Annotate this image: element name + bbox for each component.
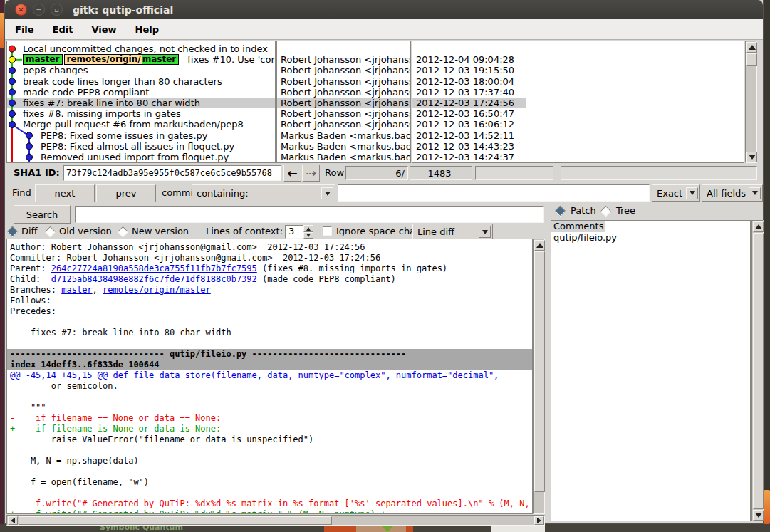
match-type-dropdown[interactable]: Exact bbox=[652, 184, 700, 202]
fields-dropdown[interactable]: All fields bbox=[702, 184, 763, 202]
file-list-item[interactable]: Comments bbox=[551, 221, 605, 232]
commit-row[interactable]: PEP8: Fixed almost all issues in floquet… bbox=[7, 141, 275, 152]
new-version-label[interactable]: New version bbox=[132, 226, 189, 236]
scrollbar-thumb[interactable] bbox=[534, 251, 545, 492]
history-forward-icon[interactable]: ⇢ bbox=[302, 165, 320, 182]
scrollbar-thumb[interactable] bbox=[746, 53, 757, 66]
date-cell[interactable]: 2012-12-03 17:37:40 bbox=[412, 87, 744, 98]
commit-row[interactable]: fixes #8. missing imports in gates bbox=[7, 108, 275, 119]
author-cell[interactable]: Robert Johansson <jrjohansso bbox=[277, 76, 410, 87]
file-list-item[interactable]: qutip/fileio.py bbox=[551, 232, 750, 244]
date-cell[interactable]: 2012-12-03 16:50:47 bbox=[412, 108, 744, 119]
scrollbar-thumb[interactable] bbox=[19, 516, 332, 525]
commit-row[interactable]: master remotes/origin/master fixes #10. … bbox=[7, 54, 275, 65]
new-version-radio[interactable] bbox=[118, 226, 129, 238]
diff-pane: Author: Robert Johansson <jrjohansson@gm… bbox=[6, 239, 533, 514]
chevron-down-icon[interactable] bbox=[479, 226, 491, 238]
parent-sha-link[interactable]: 264c27724a8190a558de3ca755f11fb7b7fc7595 bbox=[51, 264, 257, 273]
sha1-input[interactable] bbox=[63, 165, 281, 181]
history-back-icon[interactable]: ← bbox=[283, 165, 301, 182]
date-cell[interactable]: 2012-12-03 18:00:04 bbox=[412, 76, 744, 87]
branch-link[interactable]: remotes/origin/master bbox=[103, 285, 211, 295]
maximize-icon[interactable]: ▫ bbox=[51, 4, 63, 16]
date-cell[interactable]: 2012-12-04 09:04:28 bbox=[412, 54, 744, 65]
commit-row[interactable]: break code lines longer than 80 characte… bbox=[7, 76, 275, 87]
chevron-down-icon[interactable] bbox=[321, 187, 333, 199]
commit-row-selected[interactable]: fixes #7: break line into 80 char width bbox=[7, 98, 275, 108]
close-icon[interactable]: ✕ bbox=[15, 4, 27, 16]
desktop-wallpaper-fragment bbox=[491, 526, 545, 532]
chevron-down-icon[interactable] bbox=[749, 187, 761, 199]
remote-branch-tag[interactable]: remotes/origin/master bbox=[64, 54, 180, 65]
tree-radio[interactable] bbox=[600, 206, 612, 217]
scroll-right-icon[interactable] bbox=[534, 516, 544, 525]
diff-radio-label[interactable]: Diff bbox=[21, 226, 38, 236]
file-list-scrollbar[interactable] bbox=[751, 220, 764, 521]
branch-link[interactable]: master bbox=[61, 285, 92, 295]
menu-edit[interactable]: Edit bbox=[53, 24, 73, 35]
search-input[interactable] bbox=[75, 206, 544, 223]
menu-view[interactable]: View bbox=[91, 24, 116, 35]
patch-radio[interactable] bbox=[555, 206, 566, 217]
date-cell[interactable]: 2012-12-03 19:15:50 bbox=[412, 65, 744, 75]
commit-row[interactable]: Local uncommitted changes, not checked i… bbox=[7, 43, 275, 54]
scroll-down-icon[interactable] bbox=[746, 152, 757, 162]
chevron-down-icon[interactable] bbox=[686, 187, 698, 199]
diff-context-line: raise ValueError("filename or data is un… bbox=[7, 434, 532, 445]
scroll-down-icon[interactable] bbox=[753, 510, 764, 521]
author-cell[interactable]: Robert Johansson <jrjohansso bbox=[277, 108, 410, 119]
line-diff-dropdown[interactable]: Line diff bbox=[412, 224, 493, 240]
find-next-button[interactable]: next bbox=[35, 184, 95, 202]
diff-scrollbar-vertical[interactable] bbox=[533, 239, 545, 514]
author-cell[interactable]: Robert Johansson <jrjohansso bbox=[277, 65, 410, 75]
ignore-space-checkbox[interactable] bbox=[323, 226, 332, 236]
date-cell[interactable]: 2012-12-03 14:43:23 bbox=[412, 141, 744, 152]
author-cell[interactable]: Robert Johansson <jrjohansso bbox=[277, 119, 410, 130]
desktop-wallpaper-fragment bbox=[764, 490, 770, 524]
author-cell[interactable]: Markus Baden <markus.bade bbox=[277, 141, 410, 152]
author-cell[interactable]: Robert Johansson <jrjohansso bbox=[277, 87, 410, 98]
menu-file[interactable]: File bbox=[15, 24, 34, 35]
find-input[interactable] bbox=[338, 184, 650, 202]
spin-down-icon[interactable] bbox=[303, 232, 313, 239]
date-cell[interactable]: 2012-12-03 14:24:37 bbox=[412, 152, 744, 162]
scroll-up-icon[interactable] bbox=[753, 221, 764, 232]
context-spinbox[interactable]: 3 bbox=[285, 225, 303, 239]
commit-row[interactable]: Merge pull request #6 from markusbaden/p… bbox=[7, 119, 275, 130]
diff-scrollbar-horizontal[interactable] bbox=[6, 515, 545, 526]
date-cell[interactable]: 2012-12-03 14:52:11 bbox=[412, 130, 744, 141]
commit-row[interactable]: PEP8: Fixed some issues in gates.py bbox=[7, 130, 275, 141]
date-cell[interactable]: 2012-12-03 16:06:12 bbox=[412, 119, 744, 130]
minimize-icon[interactable]: − bbox=[33, 4, 45, 16]
scroll-left-icon[interactable] bbox=[8, 516, 18, 525]
commit-row[interactable]: Removed unused import from floquet.py bbox=[7, 152, 275, 162]
diff-context-line: or semicolon. bbox=[7, 381, 532, 392]
diff-radio[interactable] bbox=[7, 226, 19, 238]
commit-row[interactable]: pep8 changes bbox=[7, 65, 275, 75]
old-version-radio[interactable] bbox=[45, 226, 56, 238]
scrollbar-thumb[interactable] bbox=[753, 233, 764, 509]
date-cell[interactable]: 2012-12-03 17:24:56 bbox=[412, 98, 526, 108]
author-cell[interactable]: Markus Baden <markus.bade bbox=[277, 152, 410, 162]
context-label: Lines of context: bbox=[206, 226, 283, 236]
child-sha-link[interactable]: d7125ab8438498e882f6c7fde71df8188c0b7392 bbox=[51, 274, 257, 284]
find-prev-button[interactable]: prev bbox=[96, 184, 156, 202]
scroll-up-icon[interactable] bbox=[534, 240, 545, 251]
search-button[interactable]: Search bbox=[14, 205, 71, 224]
author-cell[interactable]: Robert Johansson <jrjohansso bbox=[277, 98, 410, 108]
old-version-label[interactable]: Old version bbox=[59, 226, 112, 236]
author-cell[interactable]: Markus Baden <markus.bade bbox=[277, 130, 410, 141]
author-cell[interactable] bbox=[277, 43, 410, 54]
commit-list-scrollbar[interactable] bbox=[745, 41, 757, 163]
scroll-up-icon[interactable] bbox=[746, 42, 757, 53]
patch-radio-label[interactable]: Patch bbox=[571, 205, 596, 216]
menu-help[interactable]: Help bbox=[135, 24, 159, 35]
author-cell[interactable]: Robert Johansson <jrjohansso bbox=[277, 54, 410, 65]
containing-dropdown[interactable]: containing: bbox=[192, 184, 335, 202]
branch-tag-master[interactable]: master bbox=[23, 54, 63, 65]
diff-file-header[interactable]: ------------------------------ qutip/fil… bbox=[7, 349, 532, 360]
date-cell[interactable] bbox=[412, 43, 744, 54]
commit-row[interactable]: made code PEP8 compliant bbox=[7, 87, 275, 98]
tree-radio-label[interactable]: Tree bbox=[616, 205, 635, 216]
spin-up-icon[interactable] bbox=[303, 225, 313, 232]
